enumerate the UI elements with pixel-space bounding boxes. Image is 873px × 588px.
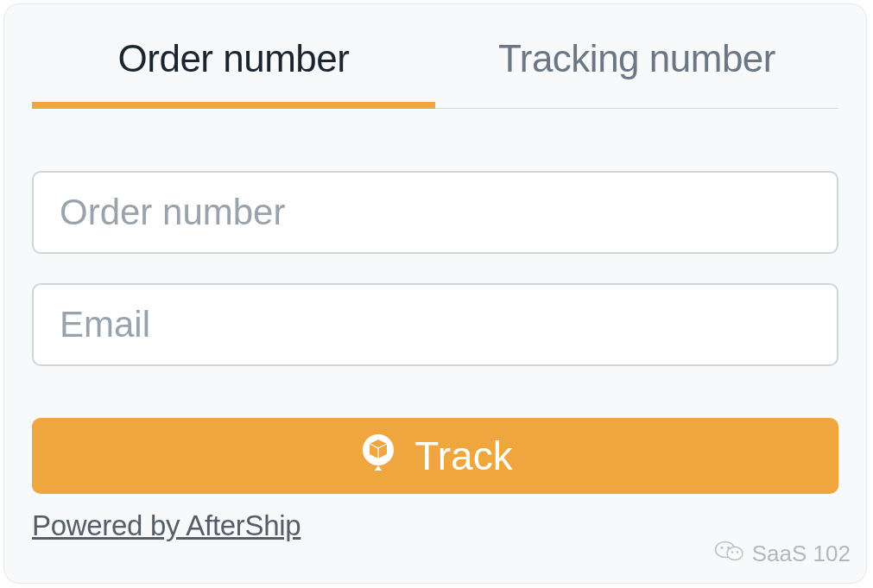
- tab-order-number[interactable]: Order number: [32, 4, 435, 108]
- powered-by-label: Powered by AfterShip: [32, 509, 300, 541]
- svg-point-4: [727, 547, 730, 549]
- powered-by-link[interactable]: Powered by AfterShip: [32, 509, 300, 542]
- track-button[interactable]: Track: [32, 418, 838, 494]
- package-icon: [357, 431, 399, 482]
- tabs-container: Order number Tracking number: [32, 4, 838, 109]
- tab-order-number-label: Order number: [118, 37, 350, 79]
- wechat-icon: [714, 535, 745, 572]
- tracking-widget-card: Order number Tracking number Track Power…: [3, 3, 867, 584]
- tab-tracking-number-label: Tracking number: [498, 37, 775, 79]
- svg-point-3: [720, 547, 723, 549]
- order-number-input[interactable]: [32, 171, 838, 254]
- form-container: Track: [4, 109, 866, 494]
- track-button-label: Track: [414, 433, 512, 479]
- email-input[interactable]: [32, 283, 838, 366]
- watermark-label: SaaS 102: [752, 541, 851, 567]
- watermark: SaaS 102: [714, 535, 851, 572]
- svg-point-5: [731, 551, 734, 553]
- svg-point-6: [737, 551, 739, 553]
- svg-point-2: [727, 547, 743, 560]
- tab-tracking-number[interactable]: Tracking number: [435, 4, 838, 108]
